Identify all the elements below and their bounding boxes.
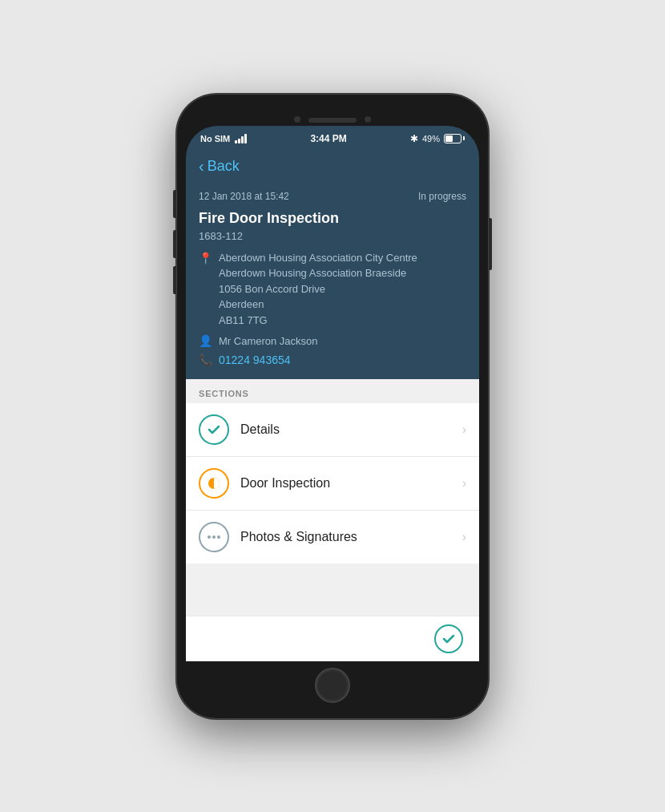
svg-point-2 bbox=[212, 535, 216, 539]
complete-check-icon bbox=[441, 632, 456, 646]
front-sensor bbox=[365, 116, 371, 123]
photos-section-label: Photos & Signatures bbox=[240, 530, 462, 544]
complete-button[interactable] bbox=[434, 624, 463, 653]
camera-dot bbox=[294, 116, 300, 123]
address-row: 📍 Aberdown Housing Association City Cent… bbox=[199, 250, 466, 329]
details-chevron-icon: › bbox=[462, 422, 466, 437]
phone-top-notch bbox=[186, 103, 479, 126]
wifi-icon bbox=[235, 134, 247, 143]
phone-screen: No SIM 3:44 PM ✱ 49% bbox=[186, 126, 479, 709]
person-icon: 👤 bbox=[199, 334, 212, 347]
job-title: Fire Door Inspection bbox=[199, 210, 466, 227]
date-status-row: 12 Jan 2018 at 15:42 In progress bbox=[199, 191, 466, 202]
content-area: 12 Jan 2018 at 15:42 In progress Fire Do… bbox=[186, 183, 479, 661]
back-chevron-icon: ‹ bbox=[199, 158, 204, 174]
section-item-details[interactable]: Details › bbox=[186, 403, 479, 457]
phone-row[interactable]: 📞 01224 943654 bbox=[199, 353, 466, 366]
phone-icon: 📞 bbox=[199, 353, 212, 366]
status-right: ✱ 49% bbox=[410, 133, 465, 144]
time-label: 3:44 PM bbox=[310, 133, 346, 144]
location-pin-icon: 📍 bbox=[199, 252, 212, 265]
details-section-label: Details bbox=[240, 422, 462, 437]
contact-person: Mr Cameron Jackson bbox=[219, 335, 318, 347]
status-left: No SIM bbox=[200, 134, 247, 143]
job-number: 1683-112 bbox=[199, 230, 466, 242]
job-address: Aberdown Housing Association City Centre… bbox=[219, 250, 417, 329]
check-icon bbox=[206, 422, 222, 438]
door-inspection-chevron-icon: › bbox=[462, 476, 466, 491]
job-date: 12 Jan 2018 at 15:42 bbox=[199, 191, 289, 202]
battery-pct-label: 49% bbox=[422, 134, 440, 143]
home-area bbox=[186, 661, 479, 709]
job-info-header: 12 Jan 2018 at 15:42 In progress Fire Do… bbox=[186, 183, 479, 380]
status-bar: No SIM 3:44 PM ✱ 49% bbox=[186, 126, 479, 151]
section-item-photos-signatures[interactable]: Photos & Signatures › bbox=[186, 511, 479, 564]
bluetooth-icon: ✱ bbox=[410, 133, 418, 144]
bottom-toolbar bbox=[186, 616, 479, 661]
partial-icon bbox=[205, 475, 223, 492]
speaker-grille bbox=[308, 118, 357, 123]
section-item-door-inspection[interactable]: Door Inspection › bbox=[186, 457, 479, 511]
svg-point-3 bbox=[217, 535, 220, 539]
carrier-label: No SIM bbox=[200, 134, 230, 143]
back-label: Back bbox=[208, 158, 240, 175]
sections-heading: SECTIONS bbox=[186, 379, 479, 403]
contact-phone[interactable]: 01224 943654 bbox=[219, 353, 291, 366]
nav-bar: ‹ Back bbox=[186, 151, 479, 183]
door-inspection-status-icon bbox=[199, 468, 229, 499]
person-row: 👤 Mr Cameron Jackson bbox=[199, 334, 466, 347]
svg-point-1 bbox=[208, 535, 211, 539]
home-button[interactable] bbox=[315, 668, 350, 703]
sections-list: Details › Door Inspection bbox=[186, 403, 479, 564]
back-button[interactable]: ‹ Back bbox=[199, 158, 466, 175]
details-status-icon bbox=[199, 414, 229, 445]
job-status-badge: In progress bbox=[418, 191, 466, 202]
photos-chevron-icon: › bbox=[462, 530, 466, 544]
sections-area: SECTIONS Details › bbox=[186, 379, 479, 616]
door-inspection-section-label: Door Inspection bbox=[240, 476, 462, 491]
dots-icon bbox=[205, 528, 223, 546]
phone-shell: No SIM 3:44 PM ✱ 49% bbox=[176, 94, 489, 719]
photos-status-icon bbox=[199, 522, 229, 552]
battery-indicator bbox=[444, 134, 465, 143]
